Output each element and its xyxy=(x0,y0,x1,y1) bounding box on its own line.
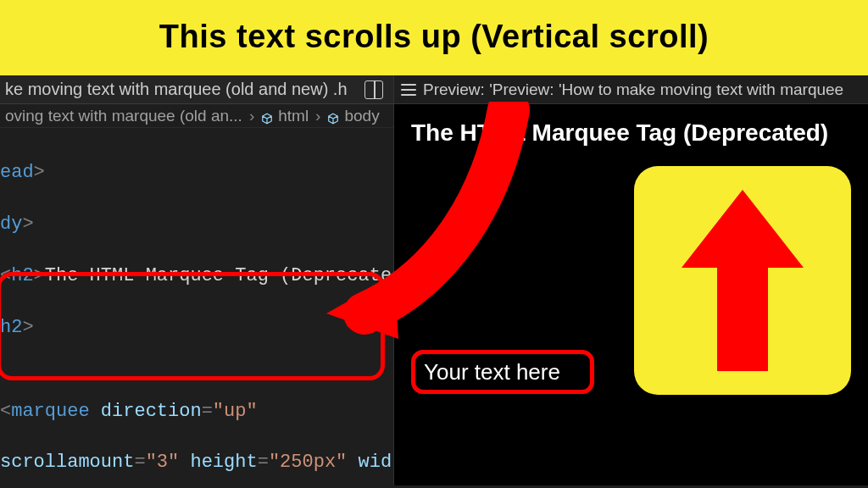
preview-heading: The HTML Marquee Tag (Deprecated) xyxy=(411,119,868,147)
arrow-up-icon xyxy=(675,183,810,378)
code-editor[interactable]: ead> dy> <h2>The HTML Marquee Tag (Depre… xyxy=(0,128,393,485)
code-token: height xyxy=(190,452,257,473)
breadcrumb-file[interactable]: oving text with marquee (old an... xyxy=(5,107,242,125)
code-token: scrollamount xyxy=(0,452,134,473)
title-banner: This text scrolls up (Vertical scroll) xyxy=(0,0,868,75)
code-token: 250px xyxy=(280,452,336,473)
breadcrumb[interactable]: oving text with marquee (old an... › htm… xyxy=(0,104,393,128)
breadcrumb-node-body[interactable]: body xyxy=(344,107,379,125)
editor-pane: ke moving text with marquee (old and new… xyxy=(0,75,394,485)
code-token: direction xyxy=(101,401,202,422)
arrow-up-badge xyxy=(634,166,851,395)
code-token: width xyxy=(359,452,394,473)
split-editor-icon[interactable] xyxy=(364,80,383,99)
menu-icon[interactable] xyxy=(401,84,416,96)
svg-marker-1 xyxy=(682,190,804,371)
code-token: up xyxy=(224,401,246,422)
cube-icon xyxy=(327,110,339,122)
cube-icon xyxy=(261,110,273,122)
code-token: dy xyxy=(0,214,22,235)
editor-tabbar: ke moving text with marquee (old and new… xyxy=(0,75,393,104)
preview-tabbar: Preview: 'Preview: 'How to make moving t… xyxy=(394,75,868,104)
preview-marquee-text: Your text here xyxy=(424,359,560,385)
code-token: 3 xyxy=(157,452,168,473)
preview-tab-label[interactable]: Preview: 'Preview: 'How to make moving t… xyxy=(423,80,843,99)
chevron-right-icon: › xyxy=(315,107,320,125)
chevron-right-icon: › xyxy=(249,107,254,125)
code-token: h2 xyxy=(0,317,22,338)
code-token: marquee xyxy=(11,401,89,422)
title-text: This text scrolls up (Vertical scroll) xyxy=(159,19,709,54)
code-token: The HTML Marquee Tag (Deprecated) xyxy=(45,265,393,286)
breadcrumb-node-html[interactable]: html xyxy=(278,107,309,125)
code-token: h2 xyxy=(11,265,33,286)
code-token: ead xyxy=(0,162,34,183)
editor-tab[interactable]: ke moving text with marquee (old and new… xyxy=(5,80,348,99)
preview-marquee-text-box: Your text here xyxy=(411,350,594,394)
